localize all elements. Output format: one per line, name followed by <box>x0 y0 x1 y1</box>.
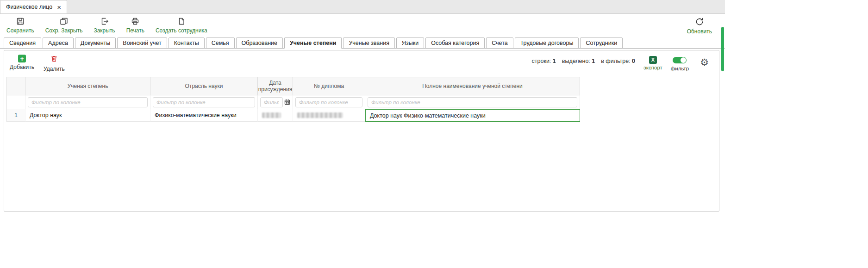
toolbar-button-label: Печать <box>126 27 144 34</box>
save-close-button[interactable]: Сохр. Закрыть <box>45 17 83 34</box>
cell-text: Доктор наук <box>30 112 62 118</box>
settings-gear-icon[interactable]: ⚙ <box>697 56 712 68</box>
plus-icon: + <box>18 55 26 62</box>
toolbar-button-label: Сохранить <box>6 27 34 34</box>
toolbar-button-label: Создать сотрудника <box>156 27 207 34</box>
column-header[interactable]: № диплома <box>293 77 365 95</box>
cell-text: Физико-математические науки <box>155 112 237 118</box>
table-cell[interactable] <box>293 109 365 122</box>
close-button[interactable]: Закрыть <box>94 17 115 34</box>
print-button[interactable]: Печать <box>126 17 144 34</box>
save-icon <box>16 17 25 26</box>
nav-tab[interactable]: Ученые степени <box>284 37 342 49</box>
toolbar-right: Обновить <box>687 17 719 35</box>
grid-toolbar: + Добавить Удалить строки: 1 выделено: 1 <box>4 50 719 77</box>
toolbar-button-label: Сохр. Закрыть <box>45 27 83 34</box>
nav-tab[interactable]: Адреса <box>43 37 74 49</box>
grid-status: строки: 1 выделено: 1 в фильтре: 0 <box>532 56 635 64</box>
nav-tab[interactable]: Счета <box>486 37 513 49</box>
close-icon <box>100 17 109 26</box>
column-header[interactable]: Полное наименование ученой степени <box>365 77 580 95</box>
refresh-button[interactable]: Обновить <box>687 17 712 35</box>
filter-cell-blank <box>7 95 25 109</box>
toggle-knob <box>681 57 686 63</box>
nav-tab[interactable]: Трудовые договоры <box>515 37 579 49</box>
save-close-icon <box>59 17 69 26</box>
redacted-value <box>297 112 343 118</box>
filter-cell <box>365 95 580 109</box>
nav-tabs: СведенияАдресаДокументыВоинский учетКонт… <box>0 37 725 49</box>
window-tab-title: Физическое лицо <box>6 4 52 10</box>
window-tab-person[interactable]: Физическое лицо × <box>0 0 67 13</box>
column-header[interactable]: Ученая степень <box>25 77 150 95</box>
table-header-row: Ученая степеньОтрасль наукиДата присужде… <box>7 77 580 95</box>
nav-tab[interactable]: Документы <box>75 37 116 49</box>
nav-tab[interactable]: Контакты <box>169 37 205 49</box>
filter-cell <box>25 95 150 109</box>
nav-tab[interactable]: Сведения <box>4 37 41 49</box>
add-button-label: Добавить <box>10 64 34 70</box>
calendar-icon[interactable] <box>284 99 290 105</box>
rows-count: строки: 1 <box>532 58 556 64</box>
add-button[interactable]: + Добавить <box>10 55 34 72</box>
column-header[interactable]: Отрасль науки <box>150 77 258 95</box>
nav-tab[interactable]: Образование <box>236 37 283 49</box>
refresh-label: Обновить <box>687 28 712 35</box>
selected-count: выделено: 1 <box>562 58 595 64</box>
filter-cell <box>258 95 293 109</box>
filter-row <box>7 95 580 109</box>
scrollbar-thumb[interactable] <box>721 27 724 71</box>
delete-button[interactable]: Удалить <box>44 55 65 72</box>
table-cell[interactable]: Доктор наук <box>25 109 150 122</box>
tab-content-panel: + Добавить Удалить строки: 1 выделено: 1 <box>4 50 719 212</box>
nav-tab[interactable]: Особая категория <box>425 37 485 49</box>
toolbar-button-label: Закрыть <box>94 27 115 34</box>
table-cell[interactable]: Физико-математические науки <box>150 109 258 122</box>
create-employee-icon <box>177 17 186 26</box>
nav-tab[interactable]: Воинский учет <box>117 37 167 49</box>
filter-cell <box>150 95 258 109</box>
window-tabbar: Физическое лицо × <box>0 0 725 14</box>
delete-button-label: Удалить <box>44 66 65 72</box>
export-label: экспорт <box>643 65 662 70</box>
grid-toolbar-right: строки: 1 выделено: 1 в фильтре: 0 X экс… <box>532 56 712 71</box>
save-button[interactable]: Сохранить <box>6 17 34 34</box>
redacted-value <box>262 112 281 118</box>
row-number: 1 <box>7 109 25 122</box>
close-icon[interactable]: × <box>57 4 61 11</box>
column-filter-input[interactable] <box>368 97 577 107</box>
app-window: Физическое лицо × СохранитьСохр. Закрыть… <box>0 0 725 268</box>
main-toolbar: СохранитьСохр. ЗакрытьЗакрытьПечатьСозда… <box>0 14 725 37</box>
refresh-icon <box>694 17 705 27</box>
excel-icon: X <box>649 56 657 64</box>
trash-icon <box>50 55 58 64</box>
nav-tab[interactable]: Семья <box>206 37 235 49</box>
cell-text: Доктор наук Физико-математические науки <box>370 112 486 119</box>
filter-cell <box>293 95 365 109</box>
column-filter-input[interactable] <box>153 97 255 107</box>
column-filter-input[interactable] <box>28 97 148 107</box>
grid-toolbar-left: + Добавить Удалить <box>10 55 65 72</box>
column-filter-input[interactable] <box>295 97 362 107</box>
filter-control: фильтр <box>671 56 689 71</box>
export-excel-button[interactable]: X экспорт <box>643 56 662 70</box>
nav-tab[interactable]: Сотрудники <box>580 37 623 49</box>
table-cell[interactable]: Доктор наук Физико-математические науки <box>365 109 580 122</box>
nav-tab[interactable]: Языки <box>396 37 424 49</box>
toolbar-buttons: СохранитьСохр. ЗакрытьЗакрытьПечатьСозда… <box>6 17 207 34</box>
row-number-header <box>7 77 25 95</box>
filter-toggle[interactable] <box>673 57 687 63</box>
nav-tab[interactable]: Ученые звания <box>343 37 395 49</box>
table-cell[interactable] <box>258 109 293 122</box>
create-employee-button[interactable]: Создать сотрудника <box>156 17 207 34</box>
filtered-count: в фильтре: 0 <box>601 58 635 64</box>
data-grid: Ученая степеньОтрасль наукиДата присужде… <box>6 77 580 122</box>
date-filter-input[interactable] <box>260 97 283 107</box>
filter-label: фильтр <box>671 66 689 71</box>
table-row: 1Доктор наукФизико-математические наукиД… <box>7 109 580 122</box>
print-icon <box>131 17 140 26</box>
column-header[interactable]: Дата присуждения <box>258 77 293 95</box>
